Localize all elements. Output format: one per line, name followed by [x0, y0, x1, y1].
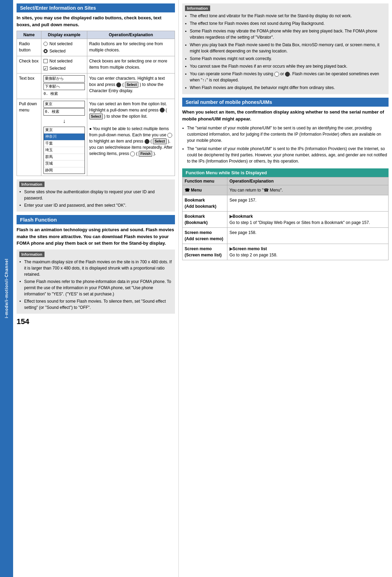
- row-name-textbox: Text box: [17, 74, 41, 99]
- right-info-box-top: Information The effect tone and vibrator…: [182, 3, 389, 94]
- flash-info-list: The maximum display size of the Flash mo…: [19, 259, 172, 311]
- flash-section-header: Flash Function: [17, 215, 175, 224]
- table-row: Check box Not selected Selected: [17, 56, 175, 74]
- table-row: Radio button Not selected Selected: [17, 39, 175, 56]
- textbox-from: 乗換駅から: [43, 75, 85, 82]
- close-paren2: ) to show the option list.: [104, 114, 147, 119]
- finish-button-label: Finish: [139, 151, 152, 157]
- func-op-text: ▶Bookmark Go to step 1 of "Display Web P…: [227, 212, 389, 228]
- radio-operation: Radio buttons are for selecting one from…: [89, 41, 163, 52]
- select-button-label: Select: [125, 82, 138, 88]
- textbox-searchbar: 0. 検索: [43, 91, 85, 97]
- func-menu-item: Screen memo(Screen memo list): [183, 244, 227, 260]
- pulldown-op-text3: to highlight an item and press: [89, 139, 145, 144]
- info-box-1-header: Information: [19, 182, 45, 187]
- func-menu-item: ☎ Menu: [183, 185, 227, 195]
- radio-empty-icon: [43, 42, 48, 46]
- serial-item-1: The "serial number of your mobile phone/…: [187, 126, 381, 143]
- open-paren2: (: [166, 108, 167, 113]
- select-button-label2: Select: [89, 114, 103, 119]
- col-header-operation: Operation/Explanation: [87, 31, 175, 39]
- pulldown-search-label: 0. 検索: [45, 109, 59, 115]
- list-item: 茨城: [44, 160, 84, 167]
- circle-btn-icon: [116, 82, 121, 87]
- table-row: Text box 乗換駅から 下車駅へ 0. 検索 You can: [17, 74, 175, 99]
- list-item: The effect tone and vibrator for the Fla…: [185, 13, 386, 19]
- pulldown-tokyo: 東京: [45, 101, 52, 107]
- list-item: 東京: [44, 127, 84, 134]
- list-item: When you play back the Flash movie saved…: [185, 42, 386, 54]
- row-display-radio: Not selected Selected: [41, 39, 87, 56]
- pulldown-search: 0. 検索: [43, 108, 85, 116]
- func-col-header-menu: Function menu: [183, 177, 227, 185]
- not-selected-label: Not selected: [49, 41, 72, 47]
- left-column: Select/Enter Information on Sites In sit…: [13, 0, 179, 577]
- info-box-1: Information Some sites show the authenti…: [17, 179, 175, 212]
- list-item: Enter your user ID and password, and the…: [19, 202, 172, 208]
- circle-btn-icon3: [145, 139, 149, 144]
- textbox-to: 下車駅へ: [43, 83, 85, 90]
- row-display-checkbox: Not selected Selected: [41, 56, 87, 74]
- row-op-pulldown: You can select an item from the option l…: [87, 99, 175, 176]
- not-selected-label2: Not selected: [49, 58, 72, 64]
- right-column: Information The effect tone and vibrator…: [179, 0, 392, 577]
- table-row: Pull down menu 東京 0. 検索 ↓: [17, 99, 175, 176]
- flash-intro: Flash is an animation technology using p…: [17, 226, 175, 247]
- selected-label2: Selected: [49, 65, 66, 71]
- table-row: ☎ Menu You can return to "☎ Menu".: [183, 185, 389, 195]
- pulldown-field: 東京: [43, 101, 85, 108]
- func-menu-table: Function menu Operation/Explanation ☎ Me…: [182, 177, 389, 260]
- serial-list: ● The "serial number of your mobile phon…: [182, 125, 389, 164]
- select-button-label3: Select: [153, 138, 166, 144]
- check-empty-icon: [43, 59, 48, 63]
- selected-label: Selected: [49, 48, 66, 54]
- row-name-checkbox: Check box: [17, 56, 41, 74]
- list-item: 埼玉: [44, 147, 84, 154]
- list-item: When Flash movies are displayed, the beh…: [185, 85, 386, 91]
- open-paren4: (: [136, 151, 138, 156]
- section1-intro: In sites, you may use the displayed radi…: [17, 14, 175, 28]
- func-op-text: See page 157.: [227, 195, 389, 212]
- table-row: Bookmark(Bookmark) ▶Bookmark Go to step …: [183, 212, 389, 228]
- list-item: The maximum display size of the Flash mo…: [19, 259, 172, 277]
- list-item: ● The "serial number of your mobile phon…: [182, 146, 389, 164]
- close-paren4: ).: [154, 151, 156, 156]
- serial-item-2: The "serial number of your mobile phone/…: [187, 146, 387, 164]
- row-op-textbox: You can enter characters. Highlight a te…: [87, 74, 175, 99]
- circle-btn-icon2: [160, 108, 165, 113]
- list-item: 静岡: [44, 167, 84, 174]
- list-item: Some Flash movies might not work correct…: [185, 56, 386, 62]
- sidebar: i-mode/i-motion/i-Channel: [0, 0, 13, 577]
- list-item-highlighted: 神奈川: [44, 134, 84, 140]
- open-paren: (: [122, 82, 124, 87]
- row-name-pulldown: Pull down menu: [17, 99, 41, 176]
- open-paren3: (: [150, 139, 152, 144]
- circle-btn2: [285, 72, 290, 77]
- checkbox-operation: Check boxes are for selecting one or mor…: [89, 59, 167, 70]
- table-row: Screen memo(Add screen memo) See page 15…: [183, 228, 389, 244]
- right-info-list: The effect tone and vibrator for the Fla…: [185, 13, 386, 91]
- row-display-textbox: 乗換駅から 下車駅へ 0. 検索: [41, 74, 87, 99]
- radio-filled-icon: [43, 49, 48, 53]
- pulldown-op-text2: You might be able to select multiple ite…: [89, 126, 169, 137]
- list-item: Some Flash movies refer to the phone-inf…: [19, 278, 172, 297]
- list-item: You can operate some Flash movies by usi…: [185, 71, 386, 83]
- row-name-radio: Radio button: [17, 39, 41, 56]
- list-item: 群馬: [44, 154, 84, 161]
- right-info-header: Information: [185, 6, 210, 11]
- func-op-text: See page 158.: [227, 228, 389, 244]
- list-item: Some Flash movies may vibrate the FOMA p…: [185, 28, 386, 40]
- bullet-icon3: ●: [89, 126, 92, 131]
- circle-btn-outline2: [274, 72, 279, 77]
- list-item: You cannot save the Flash movies if an e…: [185, 63, 386, 69]
- list-item: Some sites show the authentication displ…: [19, 189, 172, 201]
- list-item: Effect tones sound for some Flash movies…: [19, 298, 172, 311]
- func-op-text: ▶Screen memo list Go to step 2 on page 1…: [227, 244, 389, 260]
- func-menu-item: Bookmark(Add bookmark): [183, 195, 227, 212]
- func-menu-item: Bookmark(Bookmark): [183, 212, 227, 228]
- search-label: 0. 検索: [43, 91, 58, 97]
- table-row: Screen memo(Screen memo list) ▶Screen me…: [183, 244, 389, 260]
- serial-section-header: Serial number of mobile phones/UIMs: [182, 98, 389, 107]
- func-op-text: You can return to "☎ Menu".: [227, 185, 389, 195]
- row-op-radio: Radio buttons are for selecting one from…: [87, 39, 175, 56]
